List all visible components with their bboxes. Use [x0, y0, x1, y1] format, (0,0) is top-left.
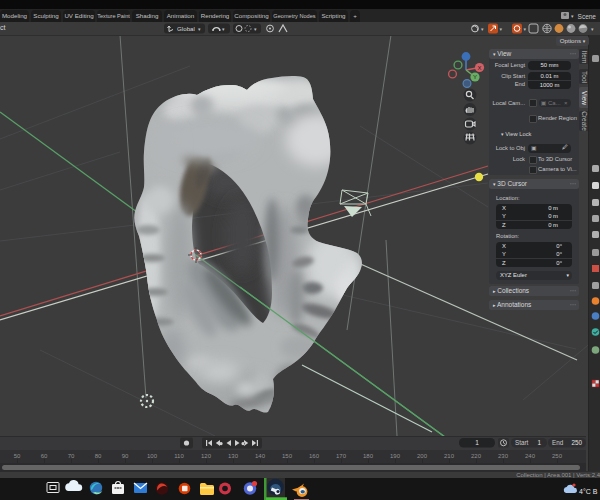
svg-text:▾: ▾ [481, 26, 484, 32]
svg-text:4°C B: 4°C B [579, 488, 598, 495]
svg-text:▾: ▾ [591, 26, 594, 32]
svg-text:X: X [477, 65, 481, 71]
svg-text:▾: ▾ [571, 13, 574, 19]
svg-text:1: 1 [537, 439, 541, 446]
svg-text:Global: Global [177, 25, 195, 32]
svg-text:▾: ▾ [524, 26, 527, 32]
svg-text:Start: Start [515, 439, 529, 446]
svg-text:1: 1 [475, 439, 479, 446]
svg-text:▾: ▾ [500, 26, 503, 32]
svg-text:Y: Y [473, 74, 477, 80]
svg-text:End: End [552, 439, 564, 446]
